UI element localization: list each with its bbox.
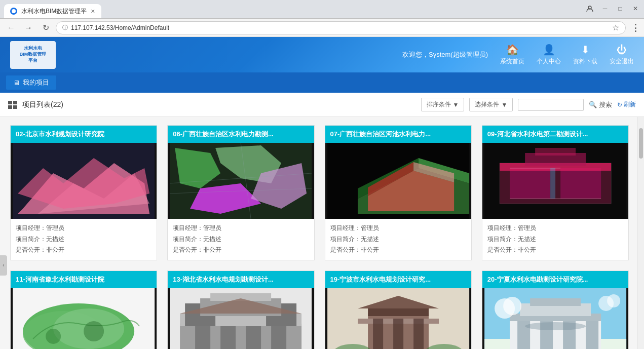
scroll-thumb[interactable] (639, 128, 643, 159)
project-card-07[interactable]: 07-广西壮族自治区河池水利电力... 项目经理：管理员 项目简介：无描述 是否… (325, 125, 472, 260)
browser-menu-button[interactable]: ⋮ (631, 22, 640, 33)
card-image-02 (11, 143, 157, 219)
bookmark-icon[interactable]: ☆ (612, 23, 619, 32)
card-image-13 (168, 288, 314, 349)
svg-point-80 (525, 322, 586, 330)
svg-rect-30 (560, 168, 601, 199)
svg-rect-4 (8, 105, 12, 109)
search-icon: 🔍 (589, 101, 597, 108)
svg-rect-52 (246, 326, 261, 349)
forward-button[interactable]: → (21, 21, 35, 35)
svg-rect-61 (413, 319, 424, 349)
home-icon: 🏠 (506, 44, 519, 56)
back-button[interactable]: ← (4, 21, 18, 35)
sort-dropdown-icon: ▼ (453, 101, 459, 108)
svg-rect-3 (13, 101, 17, 104)
logout-icon: ⏻ (617, 44, 627, 56)
nav-download[interactable]: ⬇ 资料下载 (573, 44, 597, 66)
svg-rect-59 (373, 319, 383, 349)
svg-point-41 (46, 329, 61, 344)
search-input[interactable] (518, 99, 584, 111)
address-bar[interactable]: ⓘ 117.107.142.53/Home/AdminDefault ☆ (56, 21, 626, 34)
svg-point-79 (607, 294, 620, 307)
welcome-text: 欢迎您，System(超级管理员) (402, 50, 488, 59)
app-header: 水利水电 BIM数据管理 平台 欢迎您，System(超级管理员) 🏠 系统首页… (0, 37, 644, 72)
card-manager-06: 项目经理：管理员 (173, 223, 309, 234)
card-info-07: 项目经理：管理员 项目简介：无描述 是否公开：非公开 (325, 219, 471, 260)
browser-nav-bar: ← → ↻ ⓘ 117.107.142.53/Home/AdminDefault… (0, 19, 644, 37)
minimize-button[interactable]: ─ (600, 4, 610, 13)
card-header-09: 09-河北省水利水电第二勘测设计... (482, 126, 628, 143)
nav-profile[interactable]: 👤 个人中心 (537, 44, 561, 66)
scrollbar[interactable] (637, 117, 644, 349)
my-project-label: 我的项目 (23, 78, 49, 87)
logo-area: 水利水电 BIM数据管理 平台 (10, 41, 56, 69)
card-public-02: 是否公开：非公开 (16, 245, 151, 256)
card-manager-07: 项目经理：管理员 (330, 223, 466, 234)
toolbar: 项目列表(22) 排序条件 ▼ 选择条件 ▼ 🔍 搜索 ↻ 刷新 (0, 93, 644, 117)
nav-profile-label: 个人中心 (537, 57, 561, 66)
project-grid-container: 02-北京市水利规划设计研究院 项目经理：管理员 项目简介：无描述 是否公开：非… (0, 117, 637, 349)
filter-label: 选择条件 (475, 100, 499, 109)
svg-rect-5 (13, 105, 17, 109)
search-button[interactable]: 🔍 搜索 (589, 100, 612, 109)
refresh-button[interactable]: ↻ 刷新 (617, 100, 636, 109)
toolbar-right: 排序条件 ▼ 选择条件 ▼ 🔍 搜索 ↻ 刷新 (421, 98, 636, 111)
card-image-07 (325, 143, 471, 219)
svg-rect-36 (550, 168, 555, 199)
my-project-button[interactable]: 🖥 我的项目 (6, 75, 56, 90)
reload-button[interactable]: ↻ (39, 21, 53, 35)
scroll-track[interactable] (637, 117, 644, 349)
project-card-09[interactable]: 09-河北省水利水电第二勘测设计... 项目经理：管理员 项目简介：无描述 是否… (482, 125, 629, 260)
tab-title: 水利水电BIM数据管理平 (21, 7, 87, 16)
filter-button[interactable]: 选择条件 ▼ (469, 98, 513, 111)
grid-icon (8, 101, 18, 109)
card-header-11: 11-河南省豫北水利勘测设计院 (11, 271, 157, 288)
filter-dropdown-icon: ▼ (501, 101, 507, 108)
svg-rect-51 (220, 326, 236, 349)
project-grid: 02-北京市水利规划设计研究院 项目经理：管理员 项目简介：无描述 是否公开：非… (10, 125, 629, 349)
card-header-13: 13-湖北省水利水电规划勘测设计... (168, 271, 314, 288)
close-button[interactable]: ✕ (631, 4, 640, 13)
browser-tab[interactable]: 水利水电BIM数据管理平 × (4, 4, 101, 18)
nav-logout[interactable]: ⏻ 安全退出 (610, 44, 634, 66)
header-nav: 欢迎您，System(超级管理员) 🏠 系统首页 👤 个人中心 ⬇ 资料下载 ⏻… (402, 44, 634, 66)
card-image-06 (168, 143, 314, 219)
svg-rect-71 (530, 298, 581, 306)
project-count: 项目列表(22) (8, 100, 63, 109)
project-card-02[interactable]: 02-北京市水利规划设计研究院 项目经理：管理员 项目简介：无描述 是否公开：非… (10, 125, 157, 260)
project-card-06[interactable]: 06-广西壮族自治区水利电力勘测... 项目经理：管理员 项目简介：无描述 是否… (167, 125, 314, 260)
tab-favicon (10, 8, 17, 15)
side-panel-toggle[interactable]: ‹ (0, 255, 7, 276)
project-card-11[interactable]: 11-河南省豫北水利勘测设计院 项目经理：管理员 项目简介：无描述 是否公开：非… (10, 270, 157, 349)
card-info-09: 项目经理：管理员 项目简介：无描述 是否公开：非公开 (482, 219, 628, 260)
card-manager-09: 项目经理：管理员 (487, 223, 623, 234)
window-controls: ─ □ ✕ (585, 4, 640, 13)
project-card-13[interactable]: 13-湖北省水利水电规划勘测设计... 项目经理：管理员 项目简介：无描述 是否… (167, 270, 314, 349)
card-desc-07: 项目简介：无描述 (330, 234, 466, 245)
card-public-06: 是否公开：非公开 (173, 245, 309, 256)
nav-download-label: 资料下载 (573, 57, 597, 66)
card-header-02: 02-北京市水利规划设计研究院 (11, 126, 157, 143)
secure-icon: ⓘ (62, 24, 68, 31)
sort-button[interactable]: 排序条件 ▼ (421, 98, 465, 111)
url-text: 117.107.142.53/Home/AdminDefault (71, 24, 609, 31)
svg-rect-53 (271, 326, 286, 349)
svg-rect-60 (393, 319, 403, 349)
logo-box: 水利水电 BIM数据管理 平台 (10, 41, 56, 69)
card-info-02: 项目经理：管理员 项目简介：无描述 是否公开：非公开 (11, 219, 157, 260)
card-header-19: 19-宁波市水利水电规划设计研究... (325, 271, 471, 288)
project-card-20[interactable]: 20-宁夏水利水电勘测设计研究院... 项目经理：管理员 项目简介：无描述 是否… (482, 270, 629, 349)
svg-rect-29 (510, 168, 550, 199)
project-list-label: 项目列表(22) (22, 100, 63, 109)
card-manager-02: 项目经理：管理员 (16, 223, 151, 234)
card-header-07: 07-广西壮族自治区河池水利电力... (325, 126, 471, 143)
tab-close-button[interactable]: × (91, 8, 95, 15)
profile-icon[interactable] (585, 4, 594, 13)
maximize-button[interactable]: □ (616, 4, 625, 13)
nav-home[interactable]: 🏠 系统首页 (500, 44, 524, 66)
card-header-20: 20-宁夏水利水电勘测设计研究院... (482, 271, 628, 288)
project-card-19[interactable]: 19-宁波市水利水电规划设计研究... 项目经理：管理员 项目简介：无描述 是否… (325, 270, 472, 349)
svg-rect-50 (195, 326, 210, 349)
svg-rect-75 (586, 321, 598, 349)
